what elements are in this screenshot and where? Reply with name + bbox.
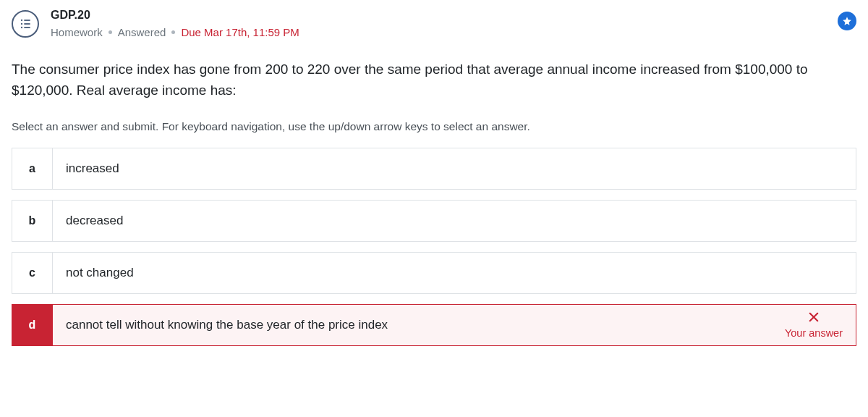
options-list: a increased b decreased c not changed d … bbox=[12, 148, 856, 346]
question-header: GDP.20 Homework Answered Due Mar 17th, 1… bbox=[12, 9, 856, 38]
svg-point-2 bbox=[21, 23, 22, 25]
option-letter: c bbox=[12, 253, 53, 293]
option-feedback: Your answer bbox=[772, 305, 856, 345]
assignment-type: Homework bbox=[51, 26, 103, 38]
header-meta: Homework Answered Due Mar 17th, 11:59 PM bbox=[51, 26, 826, 38]
option-d[interactable]: d cannot tell without knowing the base y… bbox=[12, 304, 856, 346]
question-type-icon bbox=[12, 10, 39, 38]
your-answer-label: Your answer bbox=[785, 327, 843, 339]
option-a[interactable]: a increased bbox=[12, 148, 856, 190]
question-title: GDP.20 bbox=[51, 9, 826, 22]
meta-separator-icon bbox=[109, 30, 112, 34]
option-b[interactable]: b decreased bbox=[12, 200, 856, 242]
header-text-block: GDP.20 Homework Answered Due Mar 17th, 1… bbox=[51, 9, 826, 38]
svg-point-0 bbox=[21, 20, 22, 21]
option-letter: a bbox=[12, 148, 53, 189]
option-text: not changed bbox=[53, 253, 856, 293]
incorrect-icon bbox=[807, 311, 820, 326]
option-text: increased bbox=[53, 148, 856, 189]
option-text: decreased bbox=[53, 201, 856, 241]
star-icon bbox=[842, 16, 852, 26]
answered-status: Answered bbox=[118, 26, 166, 38]
option-text: cannot tell without knowing the base yea… bbox=[53, 305, 772, 345]
meta-separator-icon bbox=[171, 30, 175, 34]
instruction-text: Select an answer and submit. For keyboar… bbox=[12, 120, 856, 133]
option-letter: d bbox=[12, 305, 53, 345]
bookmark-button[interactable] bbox=[838, 12, 856, 30]
question-text: The consumer price index has gone from 2… bbox=[12, 59, 856, 101]
option-c[interactable]: c not changed bbox=[12, 252, 856, 294]
due-date: Due Mar 17th, 11:59 PM bbox=[181, 26, 299, 38]
svg-point-4 bbox=[21, 27, 22, 28]
option-letter: b bbox=[12, 201, 53, 241]
